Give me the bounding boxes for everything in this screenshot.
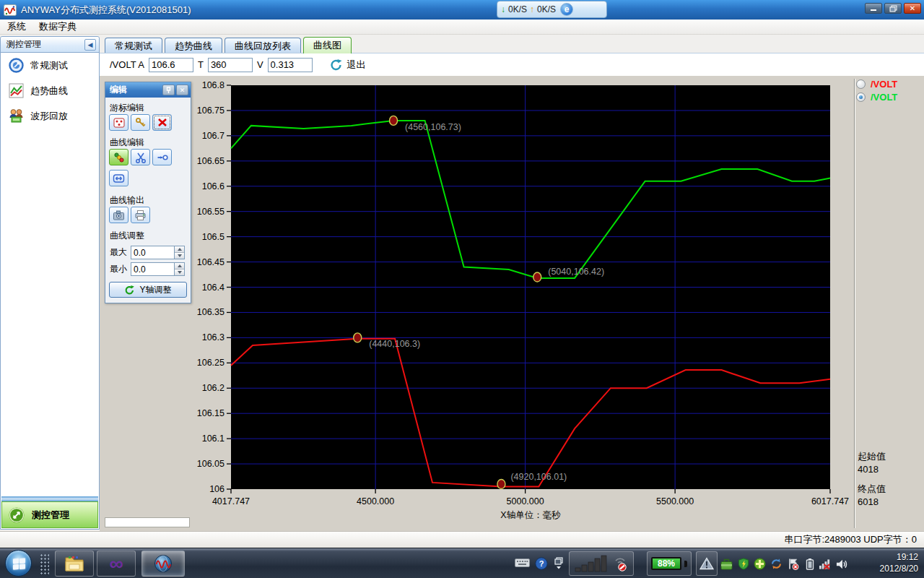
minimize-button[interactable] — [865, 3, 882, 14]
y-axis-adjust-button[interactable]: Y轴调整 — [109, 282, 187, 298]
warning-widget[interactable] — [696, 551, 718, 576]
chart-plot[interactable]: 106106.05106.1106.15106.2106.25106.3106.… — [191, 79, 870, 531]
sidebar: 测控管理 ◀ 常规测试 趋势曲线 — [0, 36, 100, 530]
sidebar-item-label: 波形回放 — [30, 110, 68, 123]
t-value-input[interactable] — [208, 58, 253, 72]
series-label: /VOLT — [871, 79, 897, 90]
title-bar: ANYWAY分布式测控系统(V2012081501) ↓ 0K/S ↑ 0K/S… — [0, 0, 924, 20]
sidebar-header: 测控管理 ◀ — [1, 37, 99, 53]
battery-tray-icon[interactable] — [803, 558, 816, 570]
svg-text:106.65: 106.65 — [197, 156, 225, 166]
taskbar-button-explorer[interactable] — [55, 551, 94, 577]
no-network-icon[interactable] — [819, 558, 831, 570]
chart-page: 106106.05106.1106.15106.2106.25106.3106.… — [100, 76, 924, 531]
sync-icon[interactable] — [770, 558, 783, 570]
svg-text:6017.747: 6017.747 — [811, 496, 849, 506]
download-arrow-icon: ↓ — [501, 4, 505, 14]
sidebar-item-trend-curve[interactable]: 趋势曲线 — [1, 78, 99, 103]
sidebar-item-regular-test[interactable]: 常规测试 — [1, 53, 99, 78]
stretch-curve-button[interactable] — [109, 170, 128, 186]
svg-text:106.35: 106.35 — [197, 307, 225, 317]
key-cursor-icon — [135, 117, 146, 128]
svg-text:106.75: 106.75 — [197, 105, 225, 116]
status-bar: 串口字节:2489003 UDP字节：0 — [0, 531, 924, 548]
edit-panel-titlebar[interactable]: 编辑 ✕ — [105, 82, 191, 98]
close-icon[interactable]: ✕ — [176, 85, 188, 95]
cursor-key-button[interactable] — [131, 114, 150, 131]
svg-text:106.7: 106.7 — [202, 131, 225, 141]
tab-trend-curve[interactable]: 趋势曲线 — [165, 38, 222, 53]
keyboard-icon[interactable] — [514, 557, 530, 568]
series-radio-volt-green[interactable]: /VOLT — [856, 92, 897, 103]
curve-output-section-label: 曲线输出 — [110, 194, 144, 207]
add-cursor-button[interactable] — [109, 114, 128, 131]
circular-arrow-icon — [328, 58, 344, 72]
a-value-input[interactable] — [149, 58, 193, 72]
join-curve-button[interactable] — [152, 149, 172, 165]
show-hidden-icons-icon[interactable] — [553, 557, 565, 570]
tab-curve-chart[interactable]: 曲线图 — [303, 37, 352, 53]
print-button[interactable] — [131, 207, 150, 223]
max-value-input[interactable] — [131, 246, 174, 259]
curve-nodes-button[interactable] — [109, 149, 128, 165]
end-value: 6018 — [858, 496, 879, 507]
delete-cursor-button[interactable] — [152, 114, 172, 131]
window-title: ANYWAY分布式测控系统(V2012081501) — [21, 4, 191, 17]
svg-text:106.8: 106.8 — [202, 80, 225, 90]
chart-toolbar: /VOLT A T V 退出 — [100, 53, 924, 76]
waveform-playback-icon — [9, 108, 24, 124]
sidebar-item-waveform-playback[interactable]: 波形回放 — [1, 103, 99, 129]
max-label: 最大 — [110, 246, 127, 259]
svg-text:106.15: 106.15 — [197, 408, 225, 418]
volume-icon[interactable] — [836, 558, 848, 570]
chevron-left-icon[interactable]: ◀ — [84, 39, 96, 51]
svg-text:106.5: 106.5 — [202, 232, 225, 242]
edit-panel: 编辑 ✕ 游标编辑 — [105, 82, 191, 303]
svg-text:106.05: 106.05 — [197, 459, 225, 469]
taskbar-button-anyway-app[interactable] — [141, 551, 185, 577]
svg-text:106.3: 106.3 — [202, 332, 225, 342]
sidebar-splitter[interactable] — [1, 496, 98, 501]
restore-button[interactable] — [884, 3, 902, 14]
cut-curve-button[interactable] — [131, 149, 150, 165]
sidebar-bottom-button[interactable]: 测控管理 — [1, 501, 98, 528]
v-value-input[interactable] — [268, 58, 313, 72]
radio-icon[interactable] — [856, 79, 866, 89]
battery-widget[interactable]: 88% — [647, 551, 692, 576]
series-radio-volt-red[interactable]: /VOLT — [856, 79, 897, 90]
svg-text:X轴单位：毫秒: X轴单位：毫秒 — [500, 510, 561, 520]
signal-strength-widget[interactable] — [569, 551, 634, 576]
close-button[interactable]: ✕ — [904, 3, 921, 14]
exit-button[interactable]: 退出 — [324, 56, 370, 74]
antivirus-plus-icon[interactable] — [754, 558, 766, 570]
battery-tip — [684, 561, 687, 567]
action-center-flag-icon[interactable] — [787, 558, 799, 570]
help-icon[interactable]: ? — [534, 557, 549, 570]
menu-system[interactable]: 系统 — [7, 20, 26, 33]
taskbar-button-visual-studio[interactable]: ∞ — [97, 551, 136, 577]
net-speed-widget[interactable]: ↓ 0K/S ↑ 0K/S e — [497, 1, 607, 18]
svg-text:106.45: 106.45 — [197, 257, 225, 267]
radio-selected-icon[interactable] — [856, 92, 866, 102]
shield-icon[interactable] — [737, 558, 749, 570]
snapshot-button[interactable] — [109, 207, 128, 223]
briefcase-icon[interactable] — [720, 558, 733, 570]
gauge-icon — [9, 58, 24, 73]
pin-icon[interactable] — [162, 85, 175, 95]
battery-indicator: 88% — [651, 557, 681, 570]
snapshot-icon — [113, 210, 125, 220]
svg-text:4017.747: 4017.747 — [212, 496, 250, 506]
tab-regular-test[interactable]: 常规测试 — [105, 38, 162, 53]
max-spinner[interactable] — [174, 246, 185, 259]
svg-text:106: 106 — [209, 484, 225, 494]
upload-speed: 0K/S — [537, 4, 556, 14]
trend-curves-icon — [9, 83, 24, 98]
tab-curve-playback-list[interactable]: 曲线回放列表 — [225, 38, 301, 53]
app-window: ANYWAY分布式测控系统(V2012081501) ↓ 0K/S ↑ 0K/S… — [0, 0, 924, 578]
taskbar-clock[interactable]: 19:12 2012/8/20 — [852, 551, 918, 574]
min-value-input[interactable] — [131, 262, 174, 276]
min-label: 最小 — [110, 263, 127, 275]
menu-data-dictionary[interactable]: 数据字典 — [39, 20, 77, 33]
start-button[interactable] — [5, 550, 32, 577]
min-spinner[interactable] — [174, 262, 185, 276]
